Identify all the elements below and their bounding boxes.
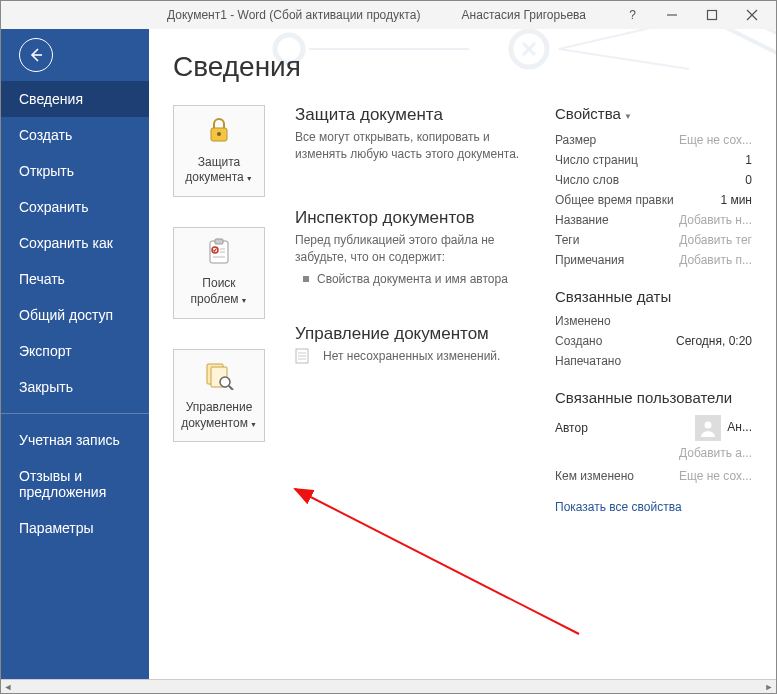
sections-column: Защита документа Все могут открывать, ко… xyxy=(285,105,531,514)
tiles-column: Защита документа▼ Поиск проблем▼ Управле… xyxy=(173,105,285,514)
author-chip[interactable]: Ан... xyxy=(695,415,752,441)
chevron-down-icon: ▼ xyxy=(624,112,632,121)
tile-label: Управление документом▼ xyxy=(178,400,260,431)
sidebar-item-info[interactable]: Сведения xyxy=(1,81,149,117)
close-button[interactable] xyxy=(732,1,772,29)
horizontal-scrollbar[interactable]: ◄ ► xyxy=(1,679,776,693)
bullet-item: Свойства документа и имя автора xyxy=(295,271,531,288)
user-name[interactable]: Анастасия Григорьева xyxy=(462,8,586,22)
svg-rect-15 xyxy=(215,239,223,244)
window-controls xyxy=(652,1,772,29)
manage-section: Управление документом Нет несохраненных … xyxy=(295,324,531,365)
check-issues-button[interactable]: Поиск проблем▼ xyxy=(173,227,265,319)
maximize-button[interactable] xyxy=(692,1,732,29)
chevron-down-icon: ▼ xyxy=(241,297,248,304)
content-area: Сведения Защита документа▼ Поиск проблем… xyxy=(149,29,776,679)
maximize-icon xyxy=(706,9,718,21)
back-button[interactable] xyxy=(19,38,53,72)
prop-author: Автор Ан... xyxy=(555,412,752,444)
dates-heading: Связанные даты xyxy=(555,288,752,305)
section-description: Перед публикацией этого файла не забудьт… xyxy=(295,232,531,267)
sidebar-item-options[interactable]: Параметры xyxy=(1,510,149,546)
manage-document-button[interactable]: Управление документом▼ xyxy=(173,349,265,443)
document-icon xyxy=(295,348,309,364)
window-body: Сведения Создать Открыть Сохранить Сохра… xyxy=(1,29,776,679)
sidebar-item-feedback[interactable]: Отзывы и предложения xyxy=(1,458,149,510)
section-heading: Инспектор документов xyxy=(295,208,531,228)
svg-rect-1 xyxy=(708,11,717,20)
users-heading: Связанные пользователи xyxy=(555,389,752,406)
prop-modified-by: Кем измененоЕще не сох... xyxy=(555,466,752,486)
svg-line-23 xyxy=(229,386,233,390)
minimize-button[interactable] xyxy=(652,1,692,29)
sidebar-item-save[interactable]: Сохранить xyxy=(1,189,149,225)
sidebar-item-saveas[interactable]: Сохранить как xyxy=(1,225,149,261)
bullet-text: Свойства документа и имя автора xyxy=(317,271,508,288)
inspect-section: Инспектор документов Перед публикацией э… xyxy=(295,208,531,288)
sidebar-item-new[interactable]: Создать xyxy=(1,117,149,153)
prop-notes[interactable]: ПримечанияДобавить п... xyxy=(555,250,752,270)
scroll-left-icon[interactable]: ◄ xyxy=(1,680,15,694)
sidebar-item-open[interactable]: Открыть xyxy=(1,153,149,189)
prop-tags[interactable]: ТегиДобавить тег xyxy=(555,230,752,250)
show-all-properties-link[interactable]: Показать все свойства xyxy=(555,500,682,514)
svg-point-13 xyxy=(217,132,221,136)
tile-label: Поиск проблем▼ xyxy=(178,276,260,307)
lock-icon xyxy=(204,116,234,149)
prop-pages: Число страниц1 xyxy=(555,150,752,170)
app-window: Документ1 - Word (Сбой активации продукт… xyxy=(0,0,777,694)
prop-edittime: Общее время правки1 мин xyxy=(555,190,752,210)
prop-title[interactable]: НазваниеДобавить н... xyxy=(555,210,752,230)
avatar-icon xyxy=(695,415,721,441)
chevron-down-icon: ▼ xyxy=(246,175,253,182)
scroll-right-icon[interactable]: ► xyxy=(762,680,776,694)
document-title: Документ1 - Word (Сбой активации продукт… xyxy=(167,8,420,22)
protect-document-button[interactable]: Защита документа▼ xyxy=(173,105,265,197)
sidebar-item-print[interactable]: Печать xyxy=(1,261,149,297)
minimize-icon xyxy=(666,9,678,21)
sidebar-item-export[interactable]: Экспорт xyxy=(1,333,149,369)
checklist-icon xyxy=(204,238,234,271)
arrow-left-icon xyxy=(28,47,44,63)
section-heading: Защита документа xyxy=(295,105,531,125)
content-columns: Защита документа▼ Поиск проблем▼ Управле… xyxy=(173,105,752,514)
document-manage-icon xyxy=(203,360,235,395)
prop-created: СозданоСегодня, 0:20 xyxy=(555,331,752,351)
sidebar-separator xyxy=(1,413,149,414)
tile-label: Защита документа▼ xyxy=(178,155,260,186)
section-description: Все могут открывать, копировать и изменя… xyxy=(295,129,531,164)
section-heading: Управление документом xyxy=(295,324,531,344)
svg-point-28 xyxy=(705,422,712,429)
properties-dropdown[interactable]: Свойства▼ xyxy=(555,105,752,122)
section-description: Нет несохраненных изменений. xyxy=(323,348,500,365)
svg-point-22 xyxy=(220,377,230,387)
prop-size: РазмерЕще не сох... xyxy=(555,130,752,150)
bullet-icon xyxy=(303,276,309,282)
sidebar-item-account[interactable]: Учетная запись xyxy=(1,422,149,458)
prop-words: Число слов0 xyxy=(555,170,752,190)
prop-modified: Изменено xyxy=(555,311,752,331)
chevron-down-icon: ▼ xyxy=(250,421,257,428)
prop-printed: Напечатано xyxy=(555,351,752,371)
properties-column: Свойства▼ РазмерЕще не сох... Число стра… xyxy=(531,105,752,514)
sidebar: Сведения Создать Открыть Сохранить Сохра… xyxy=(1,29,149,679)
titlebar: Документ1 - Word (Сбой активации продукт… xyxy=(1,1,776,29)
add-author-link[interactable]: Добавить а... xyxy=(555,446,752,460)
page-title: Сведения xyxy=(173,51,752,83)
help-button[interactable]: ? xyxy=(629,8,636,22)
svg-line-8 xyxy=(559,29,689,49)
back-row xyxy=(1,29,149,81)
sidebar-item-share[interactable]: Общий доступ xyxy=(1,297,149,333)
protect-section: Защита документа Все могут открывать, ко… xyxy=(295,105,531,164)
close-icon xyxy=(746,9,758,21)
sidebar-item-close[interactable]: Закрыть xyxy=(1,369,149,405)
